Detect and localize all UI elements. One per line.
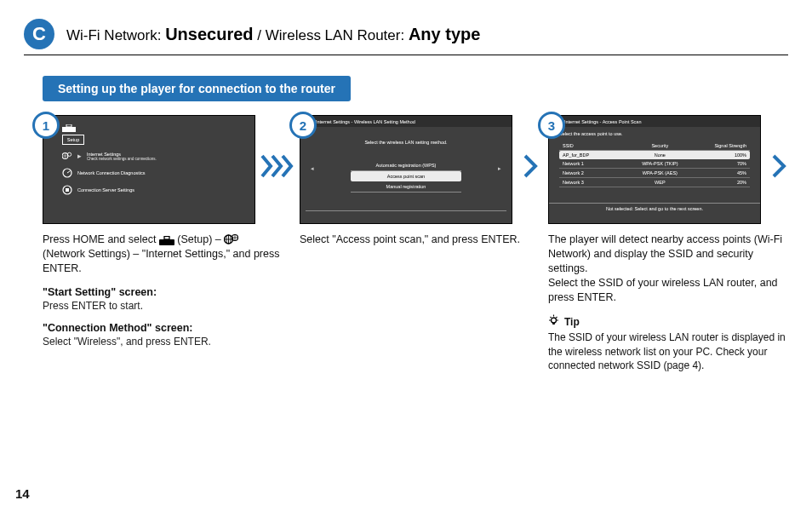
tip-row: Tip — [548, 314, 761, 329]
cell-ssid: Network 1 — [563, 161, 627, 166]
header-bold-2: Any type — [409, 25, 480, 43]
header-prefix: Wi-Fi Network: — [66, 27, 165, 43]
steps-row: 1 Setup ▸ Internet Settings Check — [43, 115, 788, 372]
svg-line-27 — [556, 317, 557, 318]
step-1-copy: Press HOME and select (Setup) – (Network… — [43, 233, 281, 276]
titlebar-text: Internet Settings - Wireless LAN Setting… — [316, 119, 415, 124]
setup-row-connection-server: Connection Server Settings — [62, 184, 157, 196]
tip-body: The SSID of your wireless LAN router is … — [548, 330, 786, 372]
chevron-right-icon — [766, 115, 792, 217]
cell-sig: 45% — [692, 170, 746, 175]
connection-method-body: Select "Wireless", and press ENTER. — [43, 336, 255, 348]
head-signal: Signal Strength — [692, 143, 746, 148]
svg-line-7 — [67, 171, 70, 173]
option-scan: Access point scan — [351, 171, 461, 181]
head-ssid: SSID — [563, 143, 627, 148]
options-list: Automatic registration (WPS) Access poin… — [351, 160, 461, 193]
setup-menu: Setup ▸ Internet Settings Check network … — [62, 124, 157, 201]
toolbox-icon — [159, 236, 174, 245]
cell-sig: 20% — [692, 180, 746, 185]
connection-method-title: "Connection Method" screen: — [43, 322, 255, 334]
step-3-badge: 3 — [538, 112, 565, 139]
step-2-copy: Select "Access point scan," and press EN… — [300, 233, 538, 247]
internet-settings-sub: Check network settings and connections. — [87, 157, 157, 161]
cell-ssid: AP_for_BDP — [563, 152, 627, 158]
table-header: SSID Security Signal Strength — [559, 141, 750, 151]
setup-row-diagnostics: Network Connection Diagnostics — [62, 167, 157, 179]
option-manual: Manual registration — [351, 181, 461, 193]
start-setting-title: "Start Setting" screen: — [43, 286, 255, 298]
start-setting-body: Press ENTER to start. — [43, 300, 255, 312]
step-2-screen: Internet Settings - Wireless LAN Setting… — [300, 115, 512, 224]
footer-line — [306, 210, 506, 211]
svg-point-21 — [552, 318, 557, 323]
page-number: 14 — [15, 486, 30, 501]
svg-rect-22 — [552, 323, 555, 325]
tip-label: Tip — [564, 316, 580, 328]
svg-rect-9 — [66, 188, 69, 192]
svg-rect-11 — [164, 237, 169, 240]
table-row: Network 3 WEP 20% — [559, 178, 750, 187]
step-1-sub-2: "Connection Method" screen: Select "Wire… — [43, 322, 255, 348]
table-row: Network 2 WPA-PSK (AES) 45% — [559, 169, 750, 178]
cell-ssid: Network 3 — [563, 180, 627, 185]
triple-chevron-icon — [260, 115, 294, 217]
lightbulb-icon — [548, 314, 559, 329]
table-row: AP_for_BDP None 100% — [559, 151, 750, 159]
manual-page: C Wi-Fi Network: Unsecured / Wireless LA… — [0, 0, 812, 523]
svg-rect-10 — [159, 239, 174, 245]
header-bold-1: Unsecured — [165, 25, 253, 43]
diagnostics-label: Network Connection Diagnostics — [77, 170, 145, 175]
globe-network-icon — [224, 233, 239, 245]
cell-sec: WEP — [627, 180, 692, 185]
server-icon — [62, 185, 72, 195]
globe-network-icon — [62, 151, 72, 161]
step-1-sub-1: "Start Setting" screen: Press ENTER to s… — [43, 286, 255, 312]
toolbox-icon — [62, 124, 157, 133]
titlebar: Internet Settings - Access Point Scan — [549, 116, 760, 127]
step-1-badge: 1 — [32, 112, 60, 139]
connection-server-label: Connection Server Settings — [77, 187, 134, 193]
header-title: Wi-Fi Network: Unsecured / Wireless LAN … — [66, 25, 480, 44]
cell-sig: 100% — [692, 152, 746, 158]
diagnostics-icon — [62, 168, 72, 178]
header-row: C Wi-Fi Network: Unsecured / Wireless LA… — [24, 19, 788, 55]
option-wps: Automatic registration (WPS) — [351, 160, 461, 171]
step-1-screen: Setup ▸ Internet Settings Check network … — [43, 115, 255, 224]
section-subtitle-pill: Setting up the player for connection to … — [43, 76, 351, 101]
cell-sig: 70% — [692, 161, 746, 166]
footer-text: Not selected: Select and go to the next … — [549, 203, 760, 211]
setup-label: Setup — [62, 135, 84, 145]
svg-rect-0 — [62, 127, 76, 132]
titlebar: Internet Settings - Wireless LAN Setting… — [300, 116, 512, 127]
step-3-screen: Internet Settings - Access Point Scan Se… — [548, 115, 761, 224]
cell-sec: None — [627, 152, 692, 158]
cell-sec: WPA-PSK (AES) — [627, 170, 692, 175]
setup-row-internet: ▸ Internet Settings Check network settin… — [62, 150, 157, 162]
step-2-badge: 2 — [289, 112, 317, 139]
section-letter-badge: C — [24, 19, 54, 49]
prompt: Select the wireless LAN setting method. — [300, 140, 512, 145]
step-3: 3 Internet Settings - Access Point Scan … — [548, 115, 761, 372]
header-mid: / Wireless LAN Router: — [254, 27, 409, 43]
cell-ssid: Network 2 — [563, 170, 627, 175]
prompt: Select the access point to use. — [559, 131, 623, 136]
head-security: Security — [627, 143, 692, 148]
step-3-copy: The player will detect nearby access poi… — [548, 233, 786, 304]
step-1: 1 Setup ▸ Internet Settings Check — [43, 115, 255, 348]
svg-rect-1 — [66, 124, 71, 127]
chevron-left-icon: ◂ — [311, 165, 314, 172]
ap-table: SSID Security Signal Strength AP_for_BDP… — [559, 141, 750, 187]
svg-line-26 — [551, 317, 552, 318]
titlebar-text: Internet Settings - Access Point Scan — [564, 119, 642, 124]
step-2: 2 Internet Settings - Wireless LAN Setti… — [300, 115, 512, 247]
chevron-right-icon: ▸ — [498, 165, 501, 172]
chevron-right-icon: ▸ — [77, 152, 82, 160]
svg-point-3 — [67, 152, 71, 156]
table-row: Network 1 WPA-PSK (TKIP) 70% — [559, 159, 750, 169]
cell-sec: WPA-PSK (TKIP) — [627, 161, 692, 166]
